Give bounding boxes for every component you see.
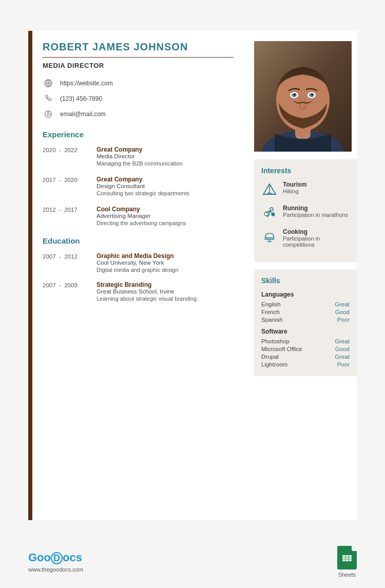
svg-point-20 (270, 208, 273, 211)
skill-english: English Great (261, 301, 350, 307)
page-wrapper: ROBERT JAMES JOHNSON MEDIA DIRECTOR (0, 0, 385, 588)
exp-company-2: Great Company (97, 176, 234, 183)
exp-item-2: 2017 - 2020 Great Company Design Consult… (43, 176, 234, 196)
edu-degree-1: Graphic and Media Design (97, 252, 234, 260)
email-text: email@mail.com (60, 111, 106, 118)
svg-point-5 (47, 113, 50, 116)
globe-icon (43, 78, 54, 89)
contact-phone: (123) 456-7890 (43, 93, 234, 104)
exp-dates-1: 2020 - 2022 (43, 146, 97, 167)
edu-dates-1: 2007 - 2012 (43, 252, 97, 273)
edu-dates-2: 2007 - 2009 (43, 281, 97, 302)
phone-icon (43, 93, 54, 104)
sheets-icon (337, 546, 357, 569)
contact-section: https://website.com (123) 456-7890 (43, 78, 234, 120)
skill-spanish: Spanish Poor (261, 317, 350, 323)
exp-dates-2: 2017 - 2020 (43, 176, 97, 196)
edu-desc-1: Digital media and graphic design (97, 267, 234, 273)
run-icon (261, 205, 278, 221)
exp-desc-1: Managing the B2B communication (97, 160, 234, 167)
tent-icon (261, 181, 278, 197)
interest-text-1: Tourism Hiking (283, 181, 306, 194)
exp-details-1: Great Company Media Director Managing th… (97, 146, 234, 167)
svg-rect-26 (342, 555, 352, 561)
footer-logo: GooDocs (28, 551, 83, 564)
edu-details-1: Graphic and Media Design Cool University… (97, 252, 234, 273)
svg-rect-23 (265, 238, 274, 240)
email-icon (43, 108, 54, 120)
edu-degree-2: Strategic Branding (97, 281, 234, 288)
exp-item-3: 2012 - 2017 Cool Company Advertising Man… (43, 206, 234, 226)
exp-role-3: Advertising Manager (97, 213, 234, 219)
exp-company-1: Great Company (97, 146, 234, 153)
skill-drupal: Drupal Great (261, 354, 350, 360)
phone-text: (123) 456-7890 (60, 95, 102, 102)
footer-sheets: Sheets (337, 546, 357, 578)
exp-details-2: Great Company Design Consultant Consulti… (97, 176, 234, 196)
svg-point-17 (311, 94, 313, 96)
exp-role-1: Media Director (97, 153, 234, 159)
exp-desc-2: Consulting two strategic departments (97, 190, 234, 196)
exp-role-2: Design Consultant (97, 183, 234, 189)
svg-point-16 (294, 94, 296, 96)
exp-company-3: Cool Company (97, 206, 234, 213)
header-title: MEDIA DIRECTOR (43, 62, 234, 69)
skill-french: French Good (261, 309, 350, 315)
header-name: ROBERT JAMES JOHNSON (43, 41, 234, 53)
interest-item-3: Cooking Participation in competitions (261, 228, 350, 248)
exp-details-3: Cool Company Advertising Manager Directi… (97, 206, 234, 226)
experience-title: Experience (43, 130, 234, 139)
left-bar (28, 31, 32, 520)
edu-desc-2: Learning about strategic visual branding (97, 296, 234, 302)
footer-logo-block: GooDocs www.thegoodocs.com (28, 551, 83, 573)
main-content: ROBERT JAMES JOHNSON MEDIA DIRECTOR (32, 31, 357, 520)
experience-section: Experience 2020 - 2022 Great Company Med… (43, 130, 234, 226)
interests-title: Interests (261, 167, 350, 175)
languages-subtitle: Languages (261, 291, 350, 298)
photo-area (254, 41, 352, 152)
interest-item-2: Running Participation in marathons (261, 205, 350, 221)
logo-d: D (51, 552, 63, 564)
interest-text-3: Cooking Participation in competitions (283, 228, 350, 248)
education-section: Education 2007 - 2012 Graphic and Media … (43, 236, 234, 302)
exp-desc-3: Directing the advertising campaigns (97, 220, 234, 226)
left-column: ROBERT JAMES JOHNSON MEDIA DIRECTOR (43, 41, 249, 510)
interest-item-1: Tourism Hiking (261, 181, 350, 197)
skill-msoffice: Microsoft Office Good (261, 346, 350, 352)
skills-title: Skills (261, 277, 350, 285)
website-text: https://website.com (60, 80, 113, 87)
exp-dates-3: 2012 - 2017 (43, 206, 97, 226)
skills-panel: Skills Languages English Great French Go… (254, 269, 357, 376)
skill-photoshop: Photoshop Great (261, 338, 350, 344)
exp-item-1: 2020 - 2022 Great Company Media Director… (43, 146, 234, 167)
edu-school-2: Great Business School, Irvine (97, 288, 234, 295)
footer-area: GooDocs www.thegoodocs.com Sheets (28, 530, 357, 588)
software-subtitle: Software (261, 328, 350, 335)
footer-url: www.thegoodocs.com (28, 566, 83, 573)
education-title: Education (43, 236, 234, 245)
interest-text-2: Running Participation in marathons (283, 205, 348, 218)
interests-panel: Interests Tourism Hiking (254, 159, 357, 262)
edu-item-1: 2007 - 2012 Graphic and Media Design Coo… (43, 252, 234, 273)
skill-lightroom: Lightroom Poor (261, 361, 350, 368)
header-divider (43, 57, 234, 58)
resume-container: ROBERT JAMES JOHNSON MEDIA DIRECTOR (28, 31, 357, 520)
logo-goo: Goo (28, 551, 51, 564)
cook-icon (261, 228, 278, 245)
logo-ocs: ocs (63, 551, 82, 564)
right-column: Interests Tourism Hiking (249, 41, 357, 510)
contact-website: https://website.com (43, 78, 234, 89)
sheets-label: Sheets (338, 572, 356, 578)
edu-item-2: 2007 - 2009 Strategic Branding Great Bus… (43, 281, 234, 302)
edu-school-1: Cool University, New York (97, 260, 234, 266)
edu-details-2: Strategic Branding Great Business School… (97, 281, 234, 302)
svg-point-22 (272, 213, 275, 216)
contact-email: email@mail.com (43, 108, 234, 120)
